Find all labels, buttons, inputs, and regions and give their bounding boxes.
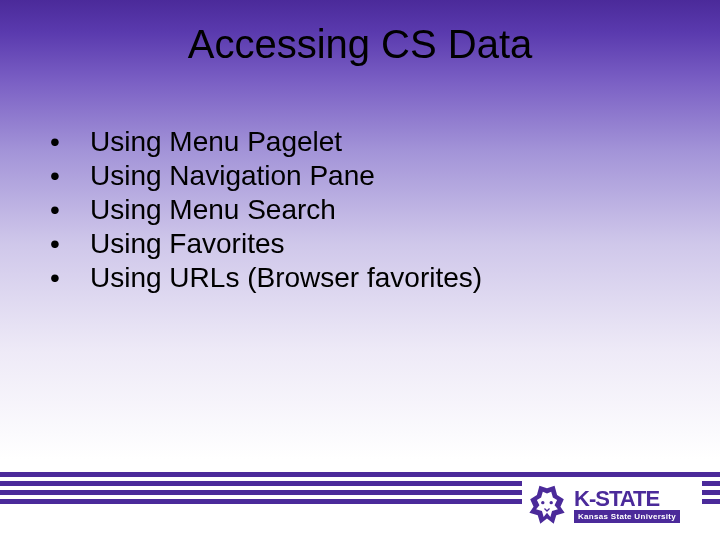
bullet-icon: • (48, 162, 90, 190)
bullet-text: Using Menu Pagelet (90, 128, 342, 156)
bullet-item: • Using URLs (Browser favorites) (48, 264, 660, 292)
slide: Accessing CS Data • Using Menu Pagelet •… (0, 0, 720, 540)
bullet-text: Using Navigation Pane (90, 162, 375, 190)
logo-text-block: K-STATE Kansas State University (574, 489, 680, 524)
bullet-item: • Using Favorites (48, 230, 660, 258)
bullet-icon: • (48, 128, 90, 156)
logo-inner: K-STATE Kansas State University (522, 478, 702, 534)
bullet-icon: • (48, 230, 90, 258)
logo-main-text: K-STATE (574, 489, 680, 509)
bullet-item: • Using Menu Pagelet (48, 128, 660, 156)
bullet-item: • Using Menu Search (48, 196, 660, 224)
slide-title: Accessing CS Data (0, 22, 720, 67)
slide-body: • Using Menu Pagelet • Using Navigation … (48, 128, 660, 298)
bullet-icon: • (48, 196, 90, 224)
kstate-logo: K-STATE Kansas State University (522, 478, 702, 534)
divider-line (0, 472, 720, 477)
bullet-text: Using Menu Search (90, 196, 336, 224)
svg-point-1 (550, 501, 553, 504)
logo-sub-text: Kansas State University (574, 510, 680, 523)
svg-point-0 (541, 501, 544, 504)
powercat-icon (526, 485, 568, 527)
bullet-text: Using URLs (Browser favorites) (90, 264, 482, 292)
bullet-icon: • (48, 264, 90, 292)
bullet-item: • Using Navigation Pane (48, 162, 660, 190)
bullet-text: Using Favorites (90, 230, 285, 258)
